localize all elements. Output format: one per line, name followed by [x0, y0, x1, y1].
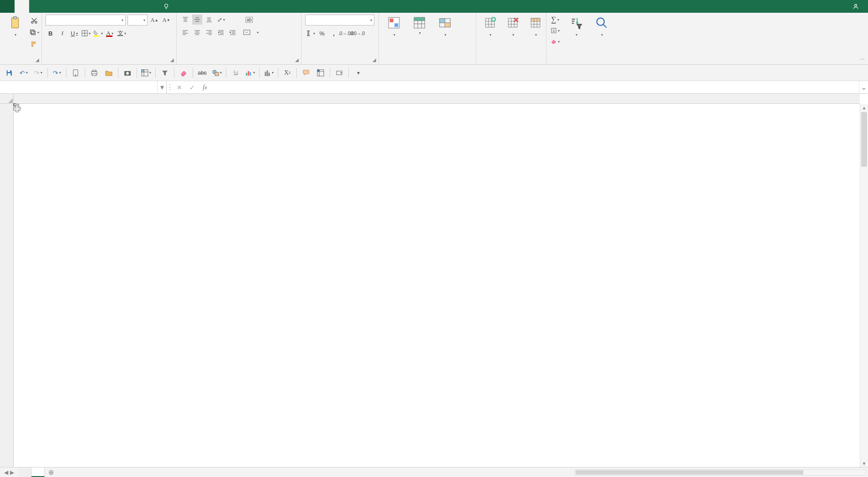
- horizontal-scrollbar[interactable]: [575, 469, 866, 476]
- vertical-scrollbar[interactable]: ▲ ▼: [860, 104, 868, 467]
- tab-page-layout[interactable]: [44, 0, 58, 13]
- delete-cells-button[interactable]: ▾: [503, 15, 523, 39]
- share-button[interactable]: [846, 0, 868, 13]
- column-chart-button[interactable]: ▾: [263, 67, 274, 78]
- collapse-ribbon-button[interactable]: ︿: [860, 55, 865, 62]
- strikethrough-button[interactable]: abc: [197, 67, 208, 78]
- fill-color-button[interactable]: ▾: [93, 28, 103, 38]
- chart-button[interactable]: ▾: [245, 67, 255, 78]
- filter-button[interactable]: [159, 67, 170, 78]
- cell-styles-button[interactable]: ▾: [434, 15, 456, 39]
- eraser-button[interactable]: [178, 67, 189, 78]
- increase-decimal-button[interactable]: .0→.00: [341, 28, 351, 38]
- italic-button[interactable]: I: [57, 28, 67, 38]
- align-middle-button[interactable]: [192, 15, 202, 25]
- name-box-dropdown[interactable]: ▾: [157, 81, 166, 93]
- number-launcher[interactable]: ◢: [372, 57, 377, 63]
- tab-view[interactable]: [102, 0, 117, 13]
- tab-help[interactable]: [146, 0, 160, 13]
- autosum-button[interactable]: ∑▾: [550, 15, 560, 25]
- new-sheet-button[interactable]: ⊕: [45, 467, 57, 477]
- phonetic-button[interactable]: 文▾: [117, 28, 127, 38]
- underline-button[interactable]: U▾: [69, 28, 79, 38]
- sheet-tab-1[interactable]: [18, 467, 31, 477]
- formula-input[interactable]: [211, 81, 859, 93]
- format-painter-button[interactable]: [29, 39, 39, 49]
- tab-data[interactable]: [73, 0, 87, 13]
- orientation-button[interactable]: ⤢▾: [216, 15, 226, 25]
- align-left-button[interactable]: [180, 27, 190, 37]
- paste-button[interactable]: ▾: [4, 15, 26, 39]
- decrease-indent-button[interactable]: [216, 27, 226, 37]
- sort-asc-button[interactable]: [230, 67, 241, 78]
- more-commands-button[interactable]: ▾: [352, 67, 363, 78]
- align-top-button[interactable]: [180, 15, 190, 25]
- format-as-table-button[interactable]: ▾: [408, 15, 431, 36]
- insert-dropdown-button[interactable]: [334, 67, 345, 78]
- bold-button[interactable]: B: [46, 28, 56, 38]
- accounting-format-button[interactable]: ▾: [305, 28, 315, 38]
- increase-font-button[interactable]: A▲: [149, 15, 159, 25]
- cut-button[interactable]: [29, 15, 39, 26]
- vertical-scroll-thumb[interactable]: [861, 112, 867, 167]
- font-size-combo[interactable]: ▾: [128, 15, 148, 26]
- tell-me[interactable]: [172, 0, 179, 13]
- freeze-panes-button[interactable]: ▾: [141, 67, 152, 78]
- percent-button[interactable]: %: [317, 28, 327, 38]
- clipboard-launcher[interactable]: ◢: [35, 57, 40, 63]
- tab-developer[interactable]: [117, 0, 131, 13]
- font-launcher[interactable]: ◢: [169, 57, 175, 63]
- number-format-combo[interactable]: ▾: [305, 15, 374, 26]
- insert-function-button[interactable]: fx: [199, 81, 211, 93]
- open-button[interactable]: [103, 67, 114, 78]
- pivot-table-button[interactable]: [315, 67, 326, 78]
- worksheet-grid[interactable]: ✙ ▲ ▼: [0, 94, 868, 467]
- enter-formula-button[interactable]: ✓: [186, 81, 199, 93]
- decrease-decimal-button[interactable]: .00→.0: [352, 28, 363, 38]
- tab-file[interactable]: [0, 0, 15, 13]
- select-all-corner[interactable]: [0, 94, 14, 104]
- clear-button[interactable]: ▾: [550, 36, 560, 46]
- tab-review[interactable]: [87, 0, 102, 13]
- tab-easycharts[interactable]: [131, 0, 146, 13]
- alignment-launcher[interactable]: ◢: [294, 57, 300, 63]
- increase-indent-button[interactable]: [228, 27, 238, 37]
- save-button[interactable]: [4, 67, 15, 78]
- merge-center-button[interactable]: ▾: [240, 27, 261, 37]
- tab-insert[interactable]: [29, 0, 44, 13]
- tab-formulas[interactable]: [58, 0, 73, 13]
- align-bottom-button[interactable]: [204, 15, 214, 25]
- superscript-button[interactable]: X2: [282, 67, 293, 78]
- format-cells-button[interactable]: ▾: [526, 15, 546, 39]
- font-color-button[interactable]: A▾: [105, 28, 115, 38]
- name-box[interactable]: [0, 81, 157, 93]
- expand-formula-bar[interactable]: ⌄: [859, 81, 868, 93]
- scroll-up-button[interactable]: ▲: [860, 104, 868, 111]
- borders-button[interactable]: ▾: [81, 28, 91, 38]
- sort-filter-button[interactable]: ▾: [565, 15, 587, 39]
- sheet-tab-2[interactable]: [31, 467, 45, 477]
- sheet-nav[interactable]: ◀▶: [0, 467, 18, 477]
- font-name-combo[interactable]: ▾: [46, 15, 126, 26]
- comma-button[interactable]: ,: [329, 28, 339, 38]
- print-preview-button[interactable]: [89, 67, 100, 78]
- insert-comment-button[interactable]: [301, 67, 311, 78]
- scroll-down-button[interactable]: ▼: [860, 460, 868, 467]
- shapes-button[interactable]: ▾: [211, 67, 222, 78]
- camera-button[interactable]: [122, 67, 133, 78]
- touch-mode-button[interactable]: [70, 67, 81, 78]
- conditional-formatting-button[interactable]: ▾: [383, 15, 405, 39]
- align-center-button[interactable]: [192, 27, 202, 37]
- wrap-text-button[interactable]: ab: [240, 15, 261, 25]
- cancel-formula-button[interactable]: ✕: [173, 81, 186, 93]
- redo-button[interactable]: ↷▾: [51, 67, 62, 78]
- align-right-button[interactable]: [204, 27, 214, 37]
- find-select-button[interactable]: ▾: [590, 15, 613, 39]
- formula-bar-resize[interactable]: ⋮: [167, 81, 173, 93]
- undo-button[interactable]: ↶▾: [18, 67, 29, 78]
- insert-cells-button[interactable]: ▾: [480, 15, 500, 39]
- decrease-font-button[interactable]: A▼: [161, 15, 171, 25]
- fill-button[interactable]: ▾: [550, 26, 560, 36]
- tab-home[interactable]: [15, 0, 29, 13]
- redo-disabled-button[interactable]: ↷▾: [33, 67, 44, 78]
